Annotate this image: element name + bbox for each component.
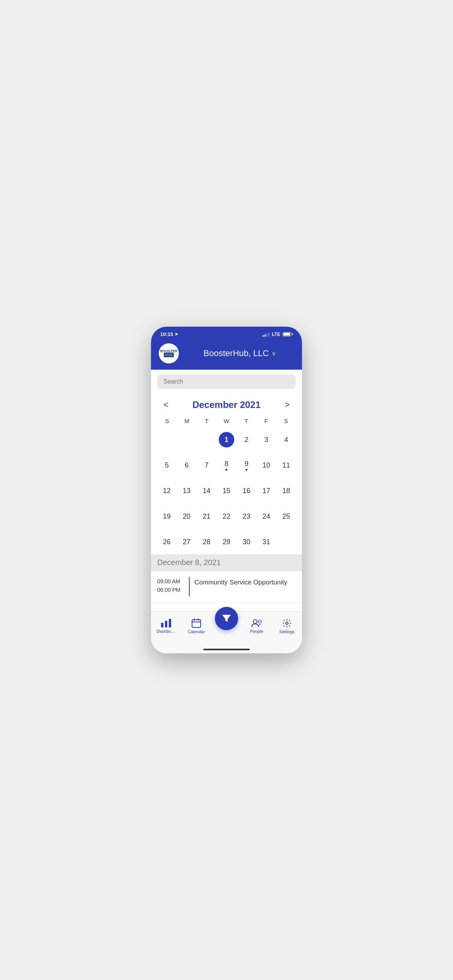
nav-item-calendar[interactable]: Calendar: [181, 618, 211, 634]
prev-month-button[interactable]: <: [160, 398, 172, 411]
calendar-day-empty: [277, 529, 296, 554]
svg-rect-3: [192, 620, 201, 627]
calendar-day-17[interactable]: 17: [257, 478, 276, 503]
calendar-day-23[interactable]: 23: [237, 504, 256, 529]
day-header-fri: F: [256, 416, 276, 426]
svg-point-7: [253, 620, 257, 624]
calendar-month-year: December 2021: [192, 399, 261, 410]
event-start-time: 09:00 AM: [157, 577, 184, 586]
signal-bar-2: [264, 334, 266, 337]
battery-fill: [283, 333, 290, 336]
people-label: People: [250, 629, 263, 634]
logo: BOOSTER HUB: [159, 343, 179, 363]
calendar-day-15[interactable]: 15: [217, 478, 236, 503]
search-container: [151, 370, 302, 394]
events-date-label: December 8, 2021: [157, 558, 221, 567]
home-indicator-bar: [203, 649, 250, 650]
settings-label: Settings: [279, 629, 295, 634]
calendar-day-19[interactable]: 19: [157, 504, 176, 529]
nav-item-people[interactable]: People: [242, 619, 272, 634]
day-header-mon: M: [177, 416, 197, 426]
location-icon: ➤: [175, 332, 178, 337]
battery-icon: [283, 332, 293, 336]
chevron-down-icon: ∨: [272, 350, 276, 356]
events-date-header: December 8, 2021: [151, 554, 302, 571]
signal-bar-1: [263, 335, 264, 337]
calendar-day-6[interactable]: 6: [177, 453, 196, 478]
calendar-day-7[interactable]: 7: [197, 453, 216, 478]
svg-point-8: [258, 620, 261, 623]
nav-item-settings[interactable]: Settings: [272, 618, 302, 634]
calendar-day-12[interactable]: 12: [157, 478, 176, 503]
calendar-day-10[interactable]: 10: [257, 453, 276, 478]
calendar-day-empty: [177, 427, 196, 452]
dashboard-label: Dashbo…: [157, 629, 176, 634]
main-content: < December 2021 > S M T W T F S: [151, 370, 302, 611]
calendar-day-25[interactable]: 25: [277, 504, 296, 529]
app-header: BOOSTER HUB BoosterHub, LLC ∨: [151, 340, 302, 370]
svg-rect-1: [165, 621, 167, 627]
calendar-day-26[interactable]: 26: [157, 529, 176, 554]
calendar-label: Calendar: [188, 629, 205, 634]
calendar-day-16[interactable]: 16: [237, 478, 256, 503]
calendar-day-5[interactable]: 5: [157, 453, 176, 478]
calendar-day-27[interactable]: 27: [177, 529, 196, 554]
calendar-day-1[interactable]: 1: [217, 427, 236, 452]
next-month-button[interactable]: >: [281, 398, 293, 411]
dashboard-icon: [161, 619, 171, 627]
calendar-day-28[interactable]: 28: [197, 529, 216, 554]
calendar-days: 1 2 3 4 5 6 7 8 9: [157, 427, 296, 554]
svg-point-9: [286, 622, 288, 624]
event-dot: [245, 469, 247, 471]
calendar-day-21[interactable]: 21: [197, 504, 216, 529]
home-indicator: [151, 646, 302, 653]
signal-bar-3: [266, 333, 268, 337]
bottom-nav: Dashbo… Calendar: [151, 611, 302, 646]
event-item[interactable]: 09:00 AM 06:00 PM Community Service Oppo…: [151, 571, 302, 603]
day-header-tue: T: [197, 416, 216, 426]
calendar-day-14[interactable]: 14: [197, 478, 216, 503]
calendar-day-11[interactable]: 11: [277, 453, 296, 478]
status-bar: 10:15 ➤ LTE: [151, 327, 302, 340]
calendar-header: < December 2021 >: [157, 394, 296, 416]
calendar-day-4[interactable]: 4: [277, 427, 296, 452]
logo-hub: HUB: [164, 353, 174, 357]
signal-icon: [263, 332, 269, 337]
calendar-day-2[interactable]: 2: [237, 427, 256, 452]
time-display: 10:15: [160, 331, 173, 337]
network-label: LTE: [272, 332, 280, 337]
search-input[interactable]: [157, 374, 296, 389]
calendar-day-9[interactable]: 9: [237, 453, 256, 478]
battery-body: [283, 332, 291, 336]
calendar-day-8[interactable]: 8: [217, 453, 236, 478]
day-headers: S M T W T F S: [157, 416, 296, 426]
calendar-day-22[interactable]: 22: [217, 504, 236, 529]
calendar-day-13[interactable]: 13: [177, 478, 196, 503]
day-header-thu: T: [237, 416, 256, 426]
filter-fab-button[interactable]: [215, 607, 238, 630]
nav-item-dashboard[interactable]: Dashbo…: [151, 619, 181, 634]
svg-rect-2: [169, 619, 171, 627]
calendar-day-24[interactable]: 24: [257, 504, 276, 529]
status-indicators: LTE: [263, 332, 293, 337]
calendar-day-empty: [157, 427, 176, 452]
status-time: 10:15 ➤: [160, 331, 178, 337]
day-header-wed: W: [216, 416, 236, 426]
calendar-day-31[interactable]: 31: [257, 529, 276, 554]
org-name: BoosterHub, LLC: [204, 348, 269, 358]
day-header-sat: S: [276, 416, 296, 426]
svg-rect-0: [161, 623, 163, 627]
battery-tip: [292, 333, 293, 335]
nav-fab-area: [211, 615, 242, 638]
header-org-selector[interactable]: BoosterHub, LLC ∨: [185, 348, 294, 358]
phone-frame: 10:15 ➤ LTE BOOSTER HUB: [151, 327, 302, 653]
signal-bar-4: [268, 332, 269, 337]
day-header-sun: S: [157, 416, 177, 426]
calendar-day-20[interactable]: 20: [177, 504, 196, 529]
logo-text: BOOSTER HUB: [160, 350, 178, 357]
calendar-day-18[interactable]: 18: [277, 478, 296, 503]
calendar-day-3[interactable]: 3: [257, 427, 276, 452]
calendar-day-30[interactable]: 30: [237, 529, 256, 554]
calendar-icon: [192, 618, 201, 628]
calendar-day-29[interactable]: 29: [217, 529, 236, 554]
